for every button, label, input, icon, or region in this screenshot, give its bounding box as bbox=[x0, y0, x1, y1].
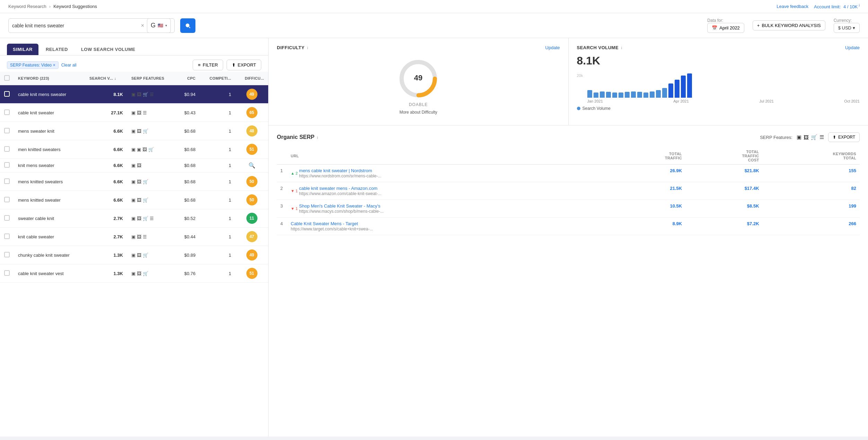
right-panel: DIFFICULTY i Update 49 DOABLE More about… bbox=[269, 38, 868, 437]
tab-similar[interactable]: SIMILAR bbox=[7, 44, 38, 55]
th-total-traffic: TOTALTRAFFIC bbox=[608, 148, 685, 165]
difficulty-badge: 65 bbox=[246, 107, 257, 118]
serp-features-cell: ▣🖼 bbox=[131, 163, 172, 168]
row-checkbox[interactable] bbox=[4, 162, 10, 168]
row-checkbox[interactable] bbox=[4, 146, 10, 152]
tab-low-search-volume[interactable]: LOW SEARCH VOLUME bbox=[75, 44, 141, 55]
clear-all-link[interactable]: Clear all bbox=[61, 63, 77, 68]
difficulty-cell: 🔍 bbox=[235, 159, 268, 173]
list-icon: ☰ bbox=[143, 234, 147, 239]
row-checkbox[interactable] bbox=[4, 109, 10, 115]
volume-legend: Search Volume bbox=[577, 106, 860, 111]
clear-icon[interactable]: × bbox=[141, 23, 144, 29]
difficulty-cell: 48 bbox=[235, 122, 268, 140]
cpc-cell: $0.68 bbox=[176, 173, 200, 191]
serp-url-cell: ▼ 1 Shop Men's Cable Knit Sweater - Macy… bbox=[287, 200, 608, 218]
row-checkbox[interactable] bbox=[4, 128, 10, 133]
serp-features-cell: ▣🖼🛒 bbox=[131, 253, 172, 258]
video-icon: ▣ bbox=[131, 179, 135, 184]
feature-list-icon: ☰ bbox=[819, 134, 824, 140]
competition-cell: 1 bbox=[200, 159, 235, 173]
search-input[interactable] bbox=[12, 23, 141, 28]
row-checkbox[interactable] bbox=[4, 270, 10, 276]
leave-feedback-link[interactable]: Leave feedback bbox=[777, 4, 808, 9]
search-button[interactable] bbox=[180, 18, 195, 33]
filter-button[interactable]: ≡ FILTER bbox=[193, 60, 223, 70]
video-icon: ▣ bbox=[131, 253, 135, 258]
difficulty-badge: 48 bbox=[246, 125, 257, 137]
data-for-label: Data for: bbox=[707, 18, 744, 23]
table-row: mens knitted sweater 6.6K ▣🖼🛒 $0.68 1 50 bbox=[0, 191, 268, 209]
volume-bar bbox=[600, 91, 605, 98]
breadcrumb-item-1[interactable]: Keyword Research bbox=[8, 4, 46, 9]
tab-related[interactable]: RELATED bbox=[40, 44, 74, 55]
row-checkbox[interactable] bbox=[4, 91, 10, 97]
difficulty-donut-chart: 49 bbox=[397, 58, 439, 99]
svg-text:49: 49 bbox=[414, 73, 422, 82]
search-engine-selector[interactable]: G 🇺🇸 ▾ bbox=[147, 18, 171, 33]
serp-title-link[interactable]: Cable Knit Sweater Mens - Target bbox=[291, 221, 373, 226]
image-icon: 🖼 bbox=[137, 129, 141, 134]
serp-filter-tag[interactable]: SERP Features: Video × bbox=[7, 61, 59, 69]
competition-cell: 1 bbox=[200, 228, 235, 246]
difficulty-badge: 50 bbox=[246, 176, 257, 187]
organic-export-button[interactable]: ⬆ EXPORT bbox=[828, 132, 860, 142]
chart-label-jul: Jul 2021 bbox=[759, 99, 774, 103]
volume-update-link[interactable]: Update bbox=[845, 45, 860, 50]
serp-title-link[interactable]: cable knit sweater mens - Amazon.com bbox=[299, 186, 381, 191]
serp-rank: 3 bbox=[277, 200, 287, 218]
feature-video-icon: ▣ bbox=[797, 134, 801, 140]
volume-bar bbox=[606, 92, 611, 98]
row-checkbox[interactable] bbox=[4, 178, 10, 184]
more-about-difficulty-link[interactable]: More about Difficulty bbox=[400, 110, 437, 115]
row-checkbox[interactable] bbox=[4, 215, 10, 221]
video-icon: ▣ bbox=[137, 147, 141, 152]
difficulty-update-link[interactable]: Update bbox=[545, 45, 560, 50]
keyword-name: cable knit mens sweater bbox=[18, 92, 66, 97]
difficulty-cell: 49 bbox=[235, 85, 268, 104]
cpc-cell: $0.68 bbox=[176, 191, 200, 209]
video-icon: ▣ bbox=[131, 92, 135, 97]
search-volume-cell: 1.3K bbox=[85, 264, 127, 283]
currency-value: $ USD bbox=[838, 25, 851, 30]
serp-keywords: 82 bbox=[763, 182, 860, 200]
serp-traffic: 26.9K bbox=[608, 165, 685, 182]
keyword-name: chunky cable knit sweater bbox=[18, 253, 70, 258]
serp-cost: $8.5K bbox=[685, 200, 762, 218]
top-metrics: DIFFICULTY i Update 49 DOABLE More about… bbox=[269, 38, 868, 125]
cpc-cell: $0.44 bbox=[176, 228, 200, 246]
th-traffic-cost: TOTALTRAFFICCOST bbox=[685, 148, 762, 165]
filter-icon: ≡ bbox=[198, 62, 201, 68]
serp-url: https://www.nordstrom.com/sr/mens-cable-… bbox=[299, 174, 381, 178]
volume-bar bbox=[612, 93, 617, 98]
row-checkbox[interactable] bbox=[4, 234, 10, 239]
serp-features-cell: ▣▣🖼🛒 bbox=[131, 147, 172, 152]
serp-traffic: 21.5K bbox=[608, 182, 685, 200]
video-icon: ▣ bbox=[131, 163, 135, 168]
image-icon: 🖼 bbox=[137, 179, 141, 184]
row-checkbox[interactable] bbox=[4, 197, 10, 202]
shop-icon: 🛒 bbox=[148, 147, 154, 152]
difficulty-cell: 51 bbox=[235, 140, 268, 159]
breadcrumb: Keyword Research › Keyword Suggestions bbox=[8, 4, 97, 9]
data-date-button[interactable]: 📅 April 2022 bbox=[707, 23, 744, 33]
serp-url: https://www.macys.com/shop/b/mens-cable-… bbox=[299, 209, 384, 214]
table-row: chunky cable knit sweater 1.3K ▣🖼🛒 $0.89… bbox=[0, 246, 268, 264]
organic-serp-table: URL TOTALTRAFFIC TOTALTRAFFICCOST KEYWOR… bbox=[277, 148, 860, 235]
th-search-vol[interactable]: SEARCH V... ↓ bbox=[85, 72, 127, 85]
data-for-group: Data for: 📅 April 2022 bbox=[707, 18, 744, 33]
table-row: cable knit sweater 27.1K ▣🖼☰ $0.43 1 65 bbox=[0, 104, 268, 122]
serp-title-link[interactable]: mens cable knit sweater | Nordstrom bbox=[299, 168, 381, 173]
currency-selector[interactable]: $ USD ▾ bbox=[834, 23, 860, 33]
shop-icon: 🛒 bbox=[143, 129, 148, 134]
bulk-keyword-analysis-button[interactable]: + BULK KEYWORD ANALYSIS bbox=[753, 20, 825, 30]
export-button[interactable]: ⬆ EXPORT bbox=[227, 60, 261, 70]
feature-image-icon: 🖼 bbox=[804, 134, 809, 140]
row-checkbox[interactable] bbox=[4, 252, 10, 257]
currency-label: Currency: bbox=[834, 18, 860, 23]
keyword-name: mens knitted sweater bbox=[18, 197, 61, 203]
serp-title-link[interactable]: Shop Men's Cable Knit Sweater - Macy's bbox=[299, 203, 384, 209]
video-icon: ▣ bbox=[131, 271, 135, 276]
select-all-checkbox[interactable] bbox=[4, 75, 10, 81]
list-icon: ☰ bbox=[143, 110, 147, 115]
